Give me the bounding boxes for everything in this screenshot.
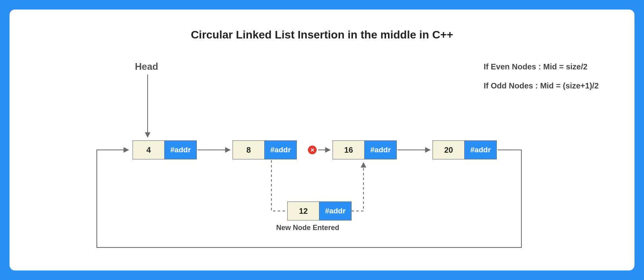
node-1-value: 8	[233, 141, 265, 159]
new-node: 12 #addr	[287, 201, 352, 221]
mid-formula-notes: If Even Nodes : Mid = size/2 If Odd Node…	[484, 57, 599, 95]
x-icon: ✕	[310, 147, 315, 153]
new-node-caption: New Node Entered	[276, 224, 339, 232]
node-2: 16 #addr	[333, 140, 397, 159]
note-odd: If Odd Nodes : Mid = (size+1)/2	[484, 76, 599, 95]
new-node-value: 12	[288, 202, 319, 220]
node-1-addr: #addr	[265, 141, 296, 159]
arrow-loop-back	[97, 150, 521, 247]
head-label: Head	[135, 61, 158, 72]
node-3-addr: #addr	[465, 141, 496, 159]
broken-link-icon: ✕	[308, 146, 317, 154]
diagram-card: Circular Linked List Insertion in the mi…	[10, 10, 634, 270]
node-2-value: 16	[333, 141, 365, 159]
dashed-new-to-2	[352, 163, 363, 211]
dashed-1-to-new	[271, 160, 286, 211]
node-0-value: 4	[133, 141, 165, 159]
node-1: 8 #addr	[233, 140, 297, 159]
note-even: If Even Nodes : Mid = size/2	[484, 57, 599, 76]
node-3-value: 20	[433, 141, 465, 159]
diagram-title: Circular Linked List Insertion in the mi…	[10, 29, 634, 41]
node-2-addr: #addr	[365, 141, 396, 159]
node-0-addr: #addr	[165, 141, 196, 159]
node-3: 20 #addr	[433, 140, 497, 159]
new-node-addr: #addr	[319, 202, 351, 220]
node-0: 4 #addr	[133, 140, 197, 159]
